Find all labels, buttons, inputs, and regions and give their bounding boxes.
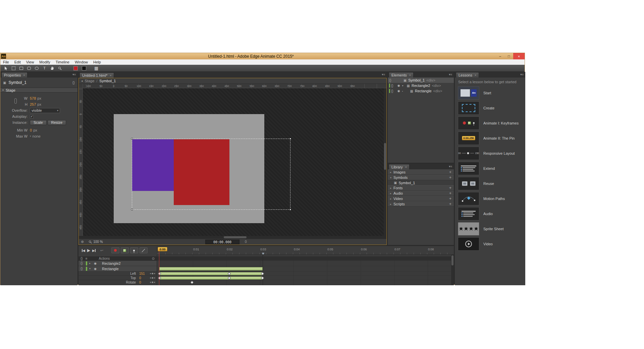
add-keyframe-icon[interactable]: ◆	[152, 277, 153, 279]
expander-icon[interactable]: ▸	[390, 203, 391, 206]
maxw-value[interactable]: none	[33, 134, 41, 138]
stroke-color-swatch[interactable]	[82, 66, 86, 70]
zoom-value[interactable]: 100 %	[93, 240, 103, 244]
lesson-item-reuse[interactable]: Reuse	[455, 176, 525, 191]
scrollbar-thumb[interactable]	[224, 236, 247, 238]
menu-item-file[interactable]: File	[0, 60, 12, 64]
lesson-item-create[interactable]: Create	[455, 100, 525, 115]
menu-item-edit[interactable]: Edit	[12, 60, 23, 64]
expander-icon[interactable]: ▸	[390, 197, 391, 200]
resize-button[interactable]: Resize	[48, 120, 66, 125]
element-row-rectangle2[interactable]: {} ◉ ▾ ▦ Rectangle2 <div>	[388, 83, 454, 88]
property-value[interactable]: 0	[139, 276, 141, 280]
canvas-horizontal-scrollbar[interactable]	[79, 236, 386, 239]
transition-bar[interactable]	[159, 272, 263, 275]
open-actions-icon[interactable]: {}	[80, 257, 83, 260]
lesson-item-responsive[interactable]: 00 150 Responsive Layout	[455, 146, 525, 161]
play-button[interactable]: ▶	[87, 248, 90, 253]
titlebar[interactable]: An Untitled-1.html - Adobe Edge Animate …	[0, 53, 525, 59]
open-actions-icon[interactable]: {}	[80, 267, 86, 270]
library-section-symbols[interactable]: ▾ Symbols +	[388, 175, 454, 180]
library-section-scripts[interactable]: ▸ Scripts +	[388, 201, 454, 207]
go-to-start-button[interactable]: ◀	[82, 249, 85, 252]
transition-bar[interactable]	[159, 277, 263, 280]
breadcrumb-stage[interactable]: Stage	[85, 79, 95, 83]
back-icon[interactable]: ◂	[81, 79, 83, 83]
selection-handle[interactable]	[289, 209, 291, 210]
library-item-symbol1[interactable]: ▣ Symbol_1	[388, 180, 454, 185]
panel-menu-icon[interactable]: ▾≡	[449, 73, 452, 76]
library-section-video[interactable]: ▸ Video +	[388, 196, 454, 201]
close-button[interactable]: ×	[513, 53, 525, 59]
section-expander-icon[interactable]: ▾	[2, 89, 4, 92]
maximize-button[interactable]: □	[504, 53, 513, 59]
menu-item-modify[interactable]: Modify	[37, 60, 53, 64]
lesson-item-animate1[interactable]: Animate I: Keyframes	[455, 115, 525, 131]
lesson-item-motionpaths[interactable]: Motion Paths	[455, 191, 525, 206]
library-section-fonts[interactable]: ▸ Fonts +	[388, 185, 454, 191]
playhead-line[interactable]	[159, 248, 159, 285]
open-actions-icon[interactable]: {}	[72, 81, 75, 85]
visibility-eye-icon[interactable]: ◉	[397, 84, 400, 87]
height-value[interactable]: 257	[30, 102, 36, 106]
rounded-rectangle-tool-icon[interactable]	[25, 65, 33, 71]
playhead-time-chip[interactable]: 0:00	[158, 247, 167, 251]
maxw-caret-icon[interactable]: ▾	[30, 135, 31, 138]
tab-lessons[interactable]: Lessons ×	[456, 72, 479, 78]
next-keyframe-icon[interactable]: ▸	[154, 277, 155, 279]
prev-keyframe-icon[interactable]: ◂	[150, 277, 151, 279]
menu-item-view[interactable]: View	[23, 60, 37, 64]
scale-button[interactable]: Scale	[30, 120, 47, 125]
tab-close-icon[interactable]: ×	[405, 165, 407, 169]
add-icon[interactable]: +	[449, 175, 451, 180]
pin-marker[interactable]	[262, 253, 264, 254]
expander-icon[interactable]: ▾	[89, 267, 94, 270]
selection-handle[interactable]	[289, 138, 291, 140]
autoplay-checkbox[interactable]: ✓	[30, 115, 34, 118]
expander-icon[interactable]: ▾	[402, 84, 406, 87]
library-section-audio[interactable]: ▸ Audio +	[388, 191, 454, 196]
stage-canvas[interactable]	[83, 88, 386, 236]
hand-tool-icon[interactable]	[49, 65, 56, 71]
panel-menu-icon[interactable]: ▾≡	[72, 73, 76, 76]
open-actions-icon[interactable]: {}	[80, 261, 86, 265]
add-icon[interactable]: +	[449, 170, 451, 174]
minimize-button[interactable]: –	[496, 53, 504, 59]
open-actions-icon[interactable]: {}	[389, 79, 391, 82]
add-icon[interactable]: +	[449, 186, 451, 190]
next-keyframe-icon[interactable]: ▸	[154, 272, 155, 275]
lesson-item-extend[interactable]: Extend	[455, 161, 525, 176]
lesson-item-video[interactable]: Video	[455, 236, 525, 251]
selection-handle[interactable]	[131, 138, 133, 140]
go-to-end-button[interactable]: ▶	[92, 249, 96, 252]
property-value[interactable]: 151	[139, 272, 145, 276]
zoom-tool-icon[interactable]	[56, 65, 63, 71]
expander-icon[interactable]: ▸	[390, 192, 391, 195]
add-keyframe-icon[interactable]: ◆	[152, 281, 153, 284]
width-value[interactable]: 578	[30, 96, 36, 100]
lesson-item-animate2[interactable]: 0:00.250 Animate II: The Pin	[455, 131, 525, 146]
expander-icon[interactable]: ▾	[390, 176, 391, 179]
lesson-item-audio[interactable]: Audio	[455, 206, 525, 221]
tab-close-icon[interactable]: ×	[409, 73, 411, 77]
add-icon[interactable]: +	[449, 196, 451, 201]
tab-properties[interactable]: Properties ×	[1, 72, 28, 78]
overflow-dropdown[interactable]: visible ▾	[30, 108, 60, 113]
expander-icon[interactable]: ▸	[89, 262, 94, 265]
add-icon[interactable]: +	[449, 202, 451, 206]
next-keyframe-icon[interactable]: ▸	[154, 281, 155, 284]
timeline-ruler[interactable]: 0:00 0:00 0:01 0:02 0:03 0:04 0:05 0:06 …	[157, 246, 454, 255]
panel-menu-icon[interactable]: ▾≡	[449, 165, 452, 168]
panel-menu-icon[interactable]: ▾≡	[382, 73, 385, 76]
zoom-control[interactable]: 100 %	[89, 240, 103, 244]
selection-tool-icon[interactable]	[2, 65, 9, 71]
tab-close-icon[interactable]: ×	[475, 73, 476, 77]
open-actions-icon[interactable]: {}	[391, 84, 393, 88]
auto-keyframe-button[interactable]	[111, 247, 119, 253]
tab-library[interactable]: Library ×	[389, 164, 410, 169]
text-tool-icon[interactable]: T	[41, 65, 48, 71]
menu-item-timeline[interactable]: Timeline	[53, 60, 72, 64]
element-row-rectangle[interactable]: {} ◉ • ▦ Rectangle <div>	[388, 88, 454, 94]
tab-close-icon[interactable]: ×	[23, 73, 25, 77]
layer-row-rectangle[interactable]: {} ▾ ◉ Rectangle	[78, 266, 157, 271]
